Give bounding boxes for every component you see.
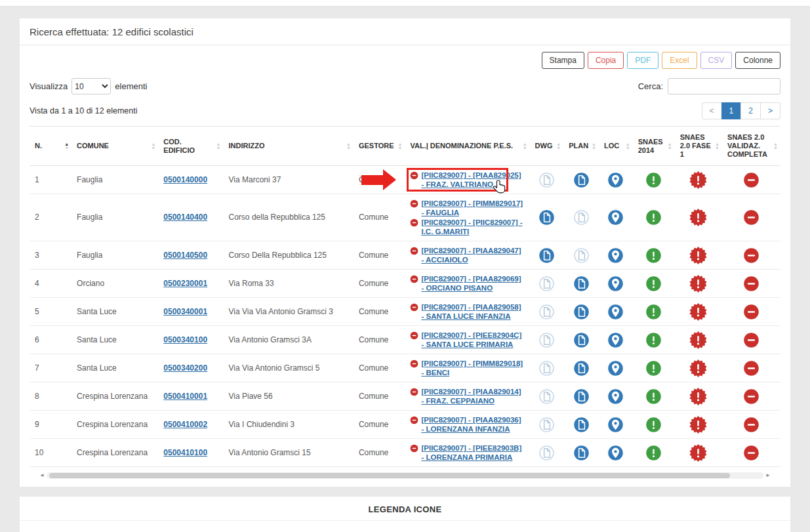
cell-loc [599, 194, 633, 241]
col-header-n[interactable]: N.▲▼ [30, 127, 71, 166]
cell-indirizzo: Via Marconi 37 [224, 166, 354, 194]
cod-edificio-link[interactable]: 0500340001 [163, 307, 207, 316]
col-header-plan[interactable]: PLAN▲▼ [563, 127, 599, 166]
col-header-gestore[interactable]: GESTORE▲▼ [354, 127, 405, 166]
cell-plan [563, 241, 599, 270]
pes-link[interactable]: [PIIC829007] - [PIMM829017] - FAUGLIA [421, 199, 524, 217]
plan-file-icon[interactable] [573, 278, 590, 287]
cell-denominazione: [PIIC829007] - [PIAA829069] - ORCIANO PI… [405, 270, 529, 298]
pagination-next[interactable]: > [760, 102, 780, 119]
pagination-page-2[interactable]: 2 [740, 102, 761, 119]
snaes-20-fase1-status-icon [689, 335, 707, 344]
search-input[interactable] [668, 78, 780, 94]
col-header-snaes-2014[interactable]: SNAES 2014▲▼ [633, 127, 675, 166]
scroll-right-icon[interactable]: ► [765, 473, 771, 478]
location-pin-icon[interactable] [607, 419, 624, 428]
pes-entry: [PIIC829007] - [PIAA829047] - ACCIAIOLO [410, 246, 524, 264]
plan-file-icon[interactable] [573, 335, 590, 344]
col-header-snaes-20-fase1[interactable]: SNAES 2.0 FASE 1▲▼ [675, 127, 722, 166]
pagination: < 1 2 > [702, 102, 780, 119]
cod-edificio-link[interactable]: 0500140000 [163, 175, 207, 184]
location-pin-icon[interactable] [607, 174, 624, 184]
pes-link[interactable]: [PIIC829007] - [PIAA829047] - ACCIAIOLO [421, 246, 524, 264]
cell-cod-edificio: 0500340100 [158, 326, 223, 354]
cod-edificio-link[interactable]: 0500410100 [163, 448, 207, 457]
location-pin-icon[interactable] [607, 278, 624, 287]
pes-link[interactable]: [PIIC829007] - [PIAA829069] - ORCIANO PI… [421, 274, 524, 293]
plan-file-icon[interactable] [573, 306, 590, 316]
cell-cod-edificio: 0500340200 [158, 354, 223, 382]
col-header-denominazione[interactable]: VAL.| DENOMINAZIONE P.E.S.▲▼ [405, 127, 529, 166]
plan-file-icon[interactable] [573, 391, 590, 400]
dwg-file-icon [538, 335, 555, 344]
not-validated-minus-icon [410, 388, 418, 396]
cell-snaes-20-fase1 [675, 298, 722, 326]
cod-edificio-link[interactable]: 0500340100 [163, 335, 207, 344]
cell-n: 2 [30, 194, 71, 241]
snaes-2014-status-icon [645, 447, 662, 457]
cell-comune: Fauglia [71, 166, 158, 194]
cell-comune: Santa Luce [71, 326, 158, 354]
col-header-cod-edificio[interactable]: COD. EDIFICIO▲▼ [158, 127, 223, 166]
dwg-file-icon[interactable] [538, 213, 555, 222]
cell-snaes-20-fase1 [675, 354, 722, 382]
pes-link[interactable]: [PIIC829007] - [PIEE82903B] - LORENZANA … [421, 443, 524, 462]
pes-link[interactable]: [PIIC829007] - [PIEE82904C] - SANTA LUCE… [421, 331, 524, 349]
cell-snaes-20-fase1 [675, 166, 722, 194]
visualizza-label: Visualizza [30, 81, 68, 91]
pes-link[interactable]: [PIIC829007] - [PIAA829014] - FRAZ. CEPP… [421, 387, 524, 405]
cell-n: 6 [30, 326, 71, 354]
page-length-select[interactable]: 10 [71, 78, 111, 94]
cell-gestore: Comune [354, 326, 405, 354]
cod-edificio-link[interactable]: 0500340200 [163, 363, 207, 373]
horizontal-scrollbar[interactable]: ◄ ► [39, 471, 771, 480]
cod-edificio-link[interactable]: 0500410001 [163, 392, 207, 401]
plan-file-icon[interactable] [573, 419, 590, 428]
pes-link[interactable]: [PIIC829007] - [PIAA829036] - LORENZANA … [421, 415, 524, 434]
location-pin-icon[interactable] [607, 250, 624, 259]
pes-link[interactable]: [PIIC829007] - [PIMM829018] - BENCI [421, 359, 524, 377]
cod-edificio-link[interactable]: 0500230001 [163, 279, 207, 288]
results-title: Ricerca effettuata: 12 edifici scolastic… [20, 18, 790, 45]
location-pin-icon[interactable] [607, 213, 624, 222]
location-pin-icon[interactable] [607, 391, 624, 400]
location-pin-icon[interactable] [607, 447, 624, 457]
dwg-file-icon [538, 391, 555, 400]
scrollbar-track[interactable] [47, 472, 763, 479]
pagination-prev[interactable]: < [702, 102, 722, 119]
col-header-dwg[interactable]: DWG▲▼ [530, 127, 564, 166]
cod-edificio-link[interactable]: 0500140400 [163, 213, 207, 222]
cell-gestore: Comune [354, 298, 405, 326]
sort-icon: ▲▼ [715, 142, 719, 150]
legend-title: LEGENDA ICONE [20, 497, 790, 521]
click-arrow-annotation [361, 169, 396, 190]
excel-button[interactable]: Excel [662, 52, 697, 69]
cell-cod-edificio: 0500410100 [158, 439, 223, 467]
csv-button[interactable]: CSV [700, 52, 733, 69]
location-pin-icon[interactable] [607, 363, 624, 372]
cod-edificio-link[interactable]: 0500410002 [163, 420, 207, 429]
plan-file-icon[interactable] [573, 174, 590, 184]
cod-edificio-link[interactable]: 0500140500 [163, 251, 207, 260]
col-header-snaes-20-validaz[interactable]: SNAES 2.0 VALIDAZ. COMPLETA▲▼ [722, 127, 780, 166]
location-pin-icon[interactable] [607, 306, 624, 316]
pdf-button[interactable]: PDF [627, 52, 658, 69]
col-header-loc[interactable]: LOC▲▼ [599, 127, 633, 166]
scrollbar-thumb[interactable] [49, 473, 730, 478]
plan-file-icon[interactable] [573, 363, 590, 372]
pagination-page-1[interactable]: 1 [721, 102, 742, 119]
columns-button[interactable]: Colonne [735, 52, 780, 69]
print-button[interactable]: Stampa [542, 52, 584, 69]
location-pin-icon[interactable] [607, 335, 624, 344]
pes-link[interactable]: [PIIC829007] - [PIAA829058] - SANTA LUCE… [421, 302, 524, 321]
pes-link[interactable]: [PIIC829007] - [PIIC829007] - I.C. G.MAR… [421, 218, 524, 236]
copy-button[interactable]: Copia [588, 52, 624, 69]
plan-file-icon[interactable] [573, 447, 590, 457]
not-validated-minus-icon [410, 416, 418, 424]
legend-panel: LEGENDA ICONE FILE DWG ASSENTEFILE DWG P… [20, 497, 790, 532]
scroll-left-icon[interactable]: ◄ [39, 473, 45, 478]
not-validated-minus-icon [410, 275, 418, 283]
col-header-comune[interactable]: COMUNE▲▼ [71, 127, 158, 166]
dwg-file-icon[interactable] [538, 250, 555, 259]
col-header-indirizzo[interactable]: INDIRIZZO▲▼ [224, 127, 354, 166]
